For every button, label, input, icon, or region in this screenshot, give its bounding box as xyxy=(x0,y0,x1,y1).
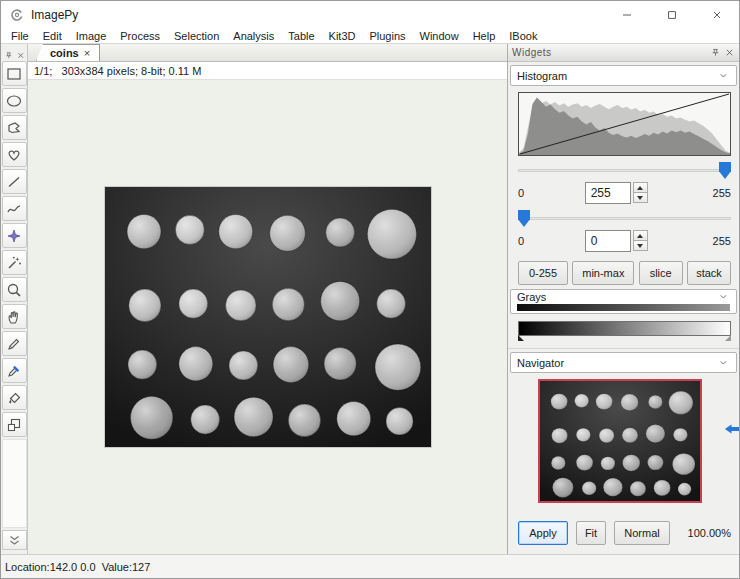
range-minmax-button[interactable]: min-max xyxy=(572,261,634,285)
spin-down-button[interactable] xyxy=(633,240,648,251)
navigator-view xyxy=(508,377,739,521)
triangle-up-icon xyxy=(637,234,643,238)
maximize-button[interactable] xyxy=(649,1,694,29)
max-level-row: 0 255 255 xyxy=(518,182,731,204)
image-canvas[interactable] xyxy=(28,80,507,554)
max-value-spinner: 255 xyxy=(585,182,648,204)
polygon-select-tool[interactable] xyxy=(2,115,27,140)
menu-analysis[interactable]: Analysis xyxy=(226,29,281,43)
histogram-plot xyxy=(518,92,731,156)
menu-bar: File Edit Image Process Selection Analys… xyxy=(1,29,739,43)
triangle-up-icon xyxy=(637,186,643,190)
fit-button[interactable]: Fit xyxy=(576,521,606,545)
menu-selection[interactable]: Selection xyxy=(167,29,226,43)
status-bar: Location:142.0 0.0 Value:127 xyxy=(1,554,739,578)
triangle-down-icon xyxy=(637,196,643,200)
curve-roi-tool[interactable] xyxy=(2,196,27,221)
menu-ibook[interactable]: IBook xyxy=(502,29,544,43)
range-0-255-button[interactable]: 0-255 xyxy=(518,261,568,285)
chevron-down-icon xyxy=(718,357,730,369)
tab-coins[interactable]: coins × xyxy=(36,44,100,61)
widgets-pane: Widgets Histogram 0 255 xyxy=(507,44,739,554)
slider-track xyxy=(518,169,731,172)
rectangle-select-tool[interactable] xyxy=(2,61,27,86)
tab-close-icon[interactable]: × xyxy=(84,47,90,59)
tools-pane-caption xyxy=(1,44,27,59)
panel-separator xyxy=(508,348,739,349)
close-pane-icon[interactable] xyxy=(16,47,26,58)
max-slider-handle[interactable] xyxy=(719,162,731,179)
menu-help[interactable]: Help xyxy=(466,29,503,43)
widget-selector-value: Histogram xyxy=(517,70,567,82)
min-value-input[interactable]: 0 xyxy=(585,230,631,252)
max-level-slider[interactable] xyxy=(518,162,731,179)
fill-bucket-tool[interactable] xyxy=(2,385,27,410)
close-pane-icon[interactable] xyxy=(724,47,735,58)
menu-image[interactable]: Image xyxy=(69,29,114,43)
menu-edit[interactable]: Edit xyxy=(36,29,69,43)
menu-table[interactable]: Table xyxy=(281,29,321,43)
coins-image[interactable] xyxy=(105,187,431,447)
tab-label: coins xyxy=(50,47,79,59)
navigator-selector-dropdown[interactable]: Navigator xyxy=(510,352,737,373)
min-slider-handle[interactable] xyxy=(518,210,530,227)
lut-selector-dropdown[interactable]: Grays xyxy=(510,289,737,314)
spinner-arrows xyxy=(633,230,648,252)
hand-pan-tool[interactable] xyxy=(2,304,27,329)
app-logo-icon xyxy=(9,7,25,23)
menu-process[interactable]: Process xyxy=(113,29,167,43)
navigator-thumbnail[interactable] xyxy=(538,379,702,503)
magnifier-tool[interactable] xyxy=(2,277,27,302)
lut-selector-value: Grays xyxy=(517,291,546,303)
normal-button[interactable]: Normal xyxy=(614,521,670,545)
tab-bar: coins × xyxy=(28,44,507,62)
freehand-select-tool[interactable] xyxy=(2,142,27,167)
ellipse-select-tool[interactable] xyxy=(2,88,27,113)
lut-gradient-bar[interactable] xyxy=(518,321,731,336)
range-max-label: 255 xyxy=(701,235,731,247)
navigator-selector-value: Navigator xyxy=(517,357,564,369)
pin-icon[interactable] xyxy=(710,47,721,58)
triangle-down-icon xyxy=(637,244,643,248)
chevron-down-icon xyxy=(718,70,730,82)
more-tools-button[interactable] xyxy=(2,530,27,550)
menu-kit3d[interactable]: Kit3D xyxy=(322,29,363,43)
range-stack-button[interactable]: stack xyxy=(687,261,731,285)
apply-button[interactable]: Apply xyxy=(518,521,568,545)
title-bar: ImagePy xyxy=(1,1,739,29)
navigator-buttons-row: Apply Fit Normal 100.00% xyxy=(518,521,731,545)
color-picker-tool[interactable] xyxy=(2,358,27,383)
app-window: ImagePy File Edit Image Process Selectio… xyxy=(0,0,740,579)
zoom-percent-label: 100.00% xyxy=(688,527,731,539)
range-min-label: 0 xyxy=(518,187,558,199)
min-value-spinner: 0 xyxy=(585,230,648,252)
close-button[interactable] xyxy=(694,1,739,29)
menu-file[interactable]: File xyxy=(4,29,36,43)
range-slice-button[interactable]: slice xyxy=(639,261,683,285)
lut-preview-strip xyxy=(517,304,730,311)
min-level-slider[interactable] xyxy=(518,210,731,227)
chevron-down-icon xyxy=(718,291,730,303)
pin-icon[interactable] xyxy=(4,47,14,58)
menu-plugins[interactable]: Plugins xyxy=(362,29,412,43)
max-value-input[interactable]: 255 xyxy=(585,182,631,204)
widget-selector-dropdown[interactable]: Histogram xyxy=(510,65,737,86)
tools-pane xyxy=(1,44,28,554)
spin-down-button[interactable] xyxy=(633,192,648,203)
window-controls xyxy=(604,1,739,29)
range-buttons-row: 0-255 min-max slice stack xyxy=(518,261,731,285)
duplicate-tool[interactable] xyxy=(2,412,27,437)
min-level-row: 0 0 255 xyxy=(518,230,731,252)
menu-window[interactable]: Window xyxy=(413,29,466,43)
range-max-label: 255 xyxy=(701,187,731,199)
pencil-tool[interactable] xyxy=(2,331,27,356)
widgets-pane-title: Widgets xyxy=(512,47,552,58)
nav-scroll-arrow-icon[interactable] xyxy=(724,421,739,437)
magic-wand-tool[interactable] xyxy=(2,250,27,275)
image-info-bar: 1/1; 303x384 pixels; 8-bit; 0.11 M xyxy=(28,62,507,80)
minimize-button[interactable] xyxy=(604,1,649,29)
slider-track xyxy=(518,217,731,220)
range-min-label: 0 xyxy=(518,235,558,247)
line-roi-tool[interactable] xyxy=(2,169,27,194)
point-marker-tool[interactable] xyxy=(2,223,27,248)
